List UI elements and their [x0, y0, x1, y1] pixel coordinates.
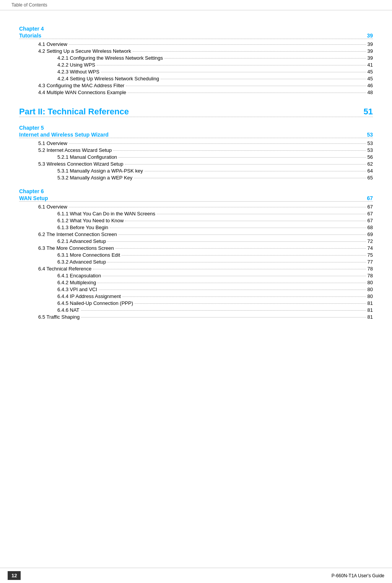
toc-entry-4-2-2: 4.2.2 Using WPS 41 [19, 62, 373, 68]
chapter-6-title: WAN Setup [19, 195, 48, 201]
toc-entry-5-3-2: 5.3.2 Manually Assign a WEP Key 65 [19, 175, 373, 181]
chapter-6-page: 67 [367, 195, 373, 201]
toc-entry-6-1: 6.1 Overview 67 [19, 204, 373, 210]
toc-entry-6-4-1: 6.4.1 Encapsulation 78 [19, 273, 373, 278]
entry-title-5-1: 5.1 Overview [38, 140, 67, 146]
toc-entry-6-4-3: 6.4.3 VPI and VCI 80 [19, 287, 373, 292]
chapter-6-label: Chapter 6 [19, 188, 373, 194]
toc-entry-4-2-3: 4.2.3 Without WPS 45 [19, 69, 373, 75]
page-4-2-3: 45 [368, 69, 373, 75]
toc-entry-5-1: 5.1 Overview 53 [19, 140, 373, 146]
page-4-2: 39 [368, 48, 373, 54]
chapter-6-title-line: WAN Setup 67 [19, 195, 373, 202]
chapter-4-title-line: Tutorials 39 [19, 33, 373, 39]
page-4-4: 48 [368, 90, 373, 95]
entry-title-4-1: 4.1 Overview [38, 41, 67, 47]
entry-title-4-4: 4.4 Multiple WAN Connections Example [38, 90, 126, 95]
footer-page-number: 12 [8, 571, 21, 580]
chapter-4-label: Chapter 4 [19, 26, 373, 32]
part-2-page: 51 [364, 107, 373, 117]
page-4-1: 39 [368, 41, 373, 47]
dots-4-4 [128, 93, 366, 93]
toc-entry-4-2-1: 4.2.1 Configuring the Wireless Network S… [19, 55, 373, 61]
entry-title-4-2-4: 4.2.4 Setting Up Wireless Network Schedu… [57, 76, 159, 81]
toc-entry-4-2-4: 4.2.4 Setting Up Wireless Network Schedu… [19, 76, 373, 81]
chapter-4-page: 39 [367, 33, 373, 39]
dots-4-2-2 [97, 65, 366, 65]
chapter-5-title-line: Internet and Wireless Setup Wizard 53 [19, 132, 373, 138]
toc-entry-6-2-1: 6.2.1 Advanced Setup 72 [19, 238, 373, 244]
part-2-section: Part II: Technical Reference 51 [19, 107, 373, 117]
chapter-4-title: Tutorials [19, 33, 41, 39]
toc-entry-6-4-4: 6.4.4 IP Address Assignment 80 [19, 293, 373, 299]
chapter-5-title: Internet and Wireless Setup Wizard [19, 132, 109, 138]
toc-entry-6-1-3: 6.1.3 Before You Begin 68 [19, 225, 373, 230]
content-area: Chapter 4 Tutorials 39 4.1 Overview 39 4… [0, 10, 392, 347]
toc-entry-6-1-1: 6.1.1 What You Can Do in the WAN Screens… [19, 211, 373, 217]
toc-entry-6-1-2: 6.1.2 What You Need to Know 67 [19, 218, 373, 223]
toc-entry-4-2: 4.2 Setting Up a Secure Wireless Network… [19, 48, 373, 54]
dots-4-2 [133, 51, 366, 52]
page-header: Table of Contents [0, 0, 392, 10]
toc-entry-6-3-2: 6.3.2 Advanced Setup 77 [19, 259, 373, 265]
entry-title-4-2-3: 4.2.3 Without WPS [57, 69, 99, 75]
toc-entry-6-3: 6.3 The More Connections Screen 74 [19, 245, 373, 251]
dots-4-2-4 [161, 79, 366, 79]
chapter-4-block: Chapter 4 Tutorials 39 4.1 Overview 39 4… [19, 26, 373, 95]
chapter-5-label: Chapter 5 [19, 125, 373, 131]
page-4-3: 46 [368, 83, 373, 88]
header-title: Table of Contents [11, 2, 47, 8]
toc-entry-5-2: 5.2 Internet Access Wizard Setup 53 [19, 147, 373, 153]
toc-entry-4-3: 4.3 Configuring the MAC Address Filter 4… [19, 83, 373, 88]
entry-title-4-2: 4.2 Setting Up a Secure Wireless Network [38, 48, 131, 54]
toc-entry-4-1: 4.1 Overview 39 [19, 41, 373, 47]
part-2-title: Part II: Technical Reference [19, 107, 129, 117]
page-4-2-1: 39 [368, 55, 373, 61]
toc-entry-6-4-6: 6.4.6 NAT 81 [19, 307, 373, 313]
entry-title-4-2-1: 4.2.1 Configuring the Wireless Network S… [57, 55, 163, 61]
toc-entry-6-5: 6.5 Traffic Shaping 81 [19, 314, 373, 320]
dots-4-2-1 [164, 58, 366, 59]
footer-guide-name: P-660N-T1A User's Guide [332, 573, 384, 578]
toc-entry-6-4: 6.4 Technical Reference 78 [19, 266, 373, 272]
toc-entry-5-2-1: 5.2.1 Manual Configuration 56 [19, 154, 373, 160]
entry-title-4-3: 4.3 Configuring the MAC Address Filter [38, 83, 124, 88]
toc-entry-6-2: 6.2 The Internet Connection Screen 69 [19, 231, 373, 237]
dots-4-3 [126, 86, 366, 86]
chapter-5-block: Chapter 5 Internet and Wireless Setup Wi… [19, 125, 373, 181]
toc-entry-5-3: 5.3 Wireless Connection Wizard Setup 62 [19, 161, 373, 167]
toc-entry-6-4-2: 6.4.2 Multiplexing 80 [19, 280, 373, 285]
toc-entry-6-3-1: 6.3.1 More Connections Edit 75 [19, 252, 373, 258]
toc-entry-6-4-5: 6.4.5 Nailed-Up Connection (PPP) 81 [19, 300, 373, 306]
chapter-5-page: 53 [367, 132, 373, 138]
part-2-title-line: Part II: Technical Reference 51 [19, 107, 373, 117]
page-4-2-4: 45 [368, 76, 373, 81]
page-4-2-2: 41 [368, 62, 373, 68]
chapter-6-block: Chapter 6 WAN Setup 67 6.1 Overview 67 6… [19, 188, 373, 320]
dots-4-1 [69, 44, 366, 45]
toc-entry-5-3-1: 5.3.1 Manually Assign a WPA-PSK key 64 [19, 168, 373, 174]
page-footer: 12 P-660N-T1A User's Guide [0, 568, 392, 583]
dots-4-2-3 [101, 72, 366, 72]
entry-title-4-2-2: 4.2.2 Using WPS [57, 62, 95, 68]
toc-entry-4-4: 4.4 Multiple WAN Connections Example 48 [19, 90, 373, 95]
